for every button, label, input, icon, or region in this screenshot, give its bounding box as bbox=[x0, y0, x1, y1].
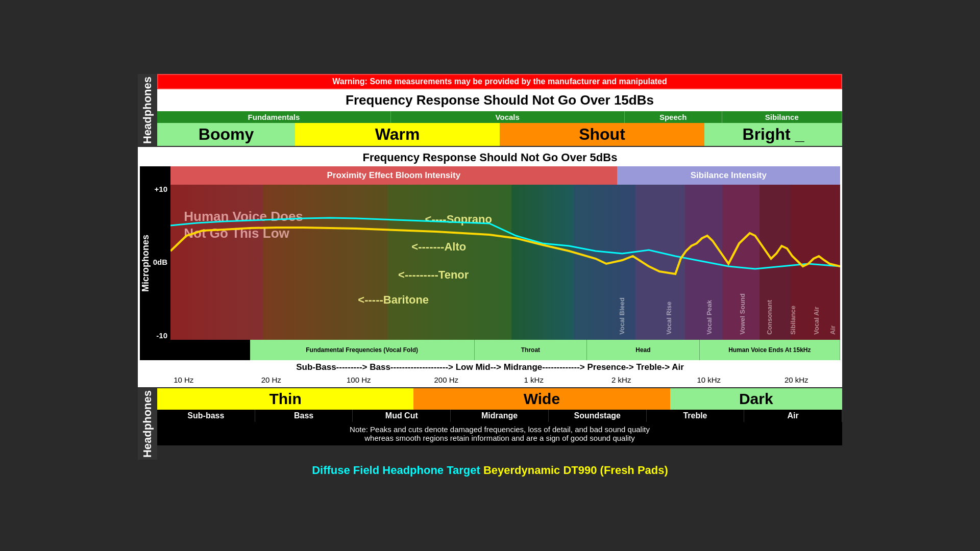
sub-labels-bottom: Sub-bass Bass Mud Cut Midrange Soundstag… bbox=[157, 410, 842, 422]
freq-tick-2khz: 2 kHz bbox=[578, 375, 666, 384]
tone-labels-bottom: Thin Wide Dark bbox=[157, 388, 842, 410]
bottom-title-yellow: Beyerdynamic DT990 (Fresh Pads) bbox=[483, 464, 668, 477]
db-minus10: -10 bbox=[156, 331, 167, 340]
tone-warm: Warm bbox=[295, 123, 500, 146]
headphones-label-bottom: Headphones bbox=[138, 388, 157, 460]
bottom-headphones-section: Headphones Thin Wide Dark Sub-bass Bas bbox=[138, 388, 842, 460]
band-throat: Throat bbox=[475, 340, 587, 360]
vocals-label: Vocals bbox=[391, 111, 625, 123]
main-chart-title: Frequency Response Should Not Go Over 5d… bbox=[140, 149, 840, 166]
bottom-title: Diffuse Field Headphone Target Beyerdyna… bbox=[312, 464, 668, 477]
top-headphones-section: Headphones Warning: Some measurements ma… bbox=[138, 74, 842, 146]
warning-bar: Warning: Some measurements may be provid… bbox=[157, 74, 842, 89]
bass-item: Bass bbox=[255, 410, 353, 422]
tone-labels-top: Boomy Warm Shout Bright _ bbox=[157, 123, 842, 146]
air-item: Air bbox=[744, 410, 842, 422]
tone-thin: Thin bbox=[157, 388, 413, 410]
tone-wide: Wide bbox=[413, 388, 670, 410]
band-hv75: Human Voice Ends At 75Hz bbox=[170, 340, 250, 360]
freq-tick-20khz: 20 kHz bbox=[753, 375, 841, 384]
db-plus10: +10 bbox=[155, 185, 167, 193]
freq-tick-1khz: 1 kHz bbox=[490, 375, 578, 384]
freq-tick-200hz: 200 Hz bbox=[403, 375, 491, 384]
speech-label: Speech bbox=[625, 111, 722, 123]
chart-container: Proximity Effect Bloom Intensity Sibilan… bbox=[140, 166, 840, 360]
db-0: 0dB bbox=[153, 258, 167, 266]
sibilance-label-top: Sibilance bbox=[722, 111, 842, 123]
main-chart-wrapper: Frequency Response Should Not Go Over 5d… bbox=[138, 147, 842, 387]
tone-dark: Dark bbox=[670, 388, 843, 410]
tone-shout: Shout bbox=[500, 123, 704, 146]
band-hv15k: Human Voice Ends At 15kHz bbox=[700, 340, 840, 360]
headphones-label-top: Headphones bbox=[138, 74, 157, 146]
freq-axis: 10 Hz 20 Hz 100 Hz 200 Hz 1 kHz 2 kHz 10… bbox=[140, 374, 840, 385]
top-headphones-content: Warning: Some measurements may be provid… bbox=[157, 74, 842, 146]
tone-bright: Bright _ bbox=[704, 123, 842, 146]
midrange-item: Midrange bbox=[451, 410, 549, 422]
freq-nav: Sub-Bass---------> Bass-----------------… bbox=[140, 360, 840, 374]
sibilance-intensity-label: Sibilance Intensity bbox=[617, 166, 840, 185]
soundstage-item: Soundstage bbox=[549, 410, 647, 422]
mud-cut-item: Mud Cut bbox=[353, 410, 451, 422]
fundamentals-label: Fundamentals bbox=[157, 111, 391, 123]
bottom-hp-content: Thin Wide Dark Sub-bass Bass Mud Cut bbox=[157, 388, 842, 460]
freq-tick-10khz: 10 kHz bbox=[665, 375, 753, 384]
freq-tick-10hz: 10 Hz bbox=[140, 375, 228, 384]
bottom-title-cyan: Diffuse Field Headphone Target bbox=[312, 464, 480, 477]
frequency-chart-svg bbox=[170, 185, 840, 340]
band-fundamental: Fundamental Frequencies (Vocal Fold) bbox=[250, 340, 475, 360]
proximity-label: Proximity Effect Bloom Intensity bbox=[170, 166, 617, 185]
freq-tick-100hz: 100 Hz bbox=[315, 375, 403, 384]
tone-boomy: Boomy bbox=[157, 123, 295, 146]
freq-tick-20hz: 20 Hz bbox=[228, 375, 315, 384]
sub-bass-item: Sub-bass bbox=[157, 410, 255, 422]
note-bar: Note: Peaks and cuts denote damaged freq… bbox=[157, 422, 842, 445]
headphones-freq-title: Frequency Response Should Not Go Over 15… bbox=[157, 89, 842, 111]
band-head: Head bbox=[587, 340, 699, 360]
treble-item: Treble bbox=[647, 410, 745, 422]
bottom-bands: Human Voice Ends At 75Hz Fundamental Fre… bbox=[170, 340, 840, 360]
frequency-labels-top: Fundamentals Vocals Speech Sibilance bbox=[157, 111, 842, 123]
proximity-sibilance-bar: Proximity Effect Bloom Intensity Sibilan… bbox=[170, 166, 840, 185]
microphones-label: Microphones bbox=[140, 166, 151, 360]
